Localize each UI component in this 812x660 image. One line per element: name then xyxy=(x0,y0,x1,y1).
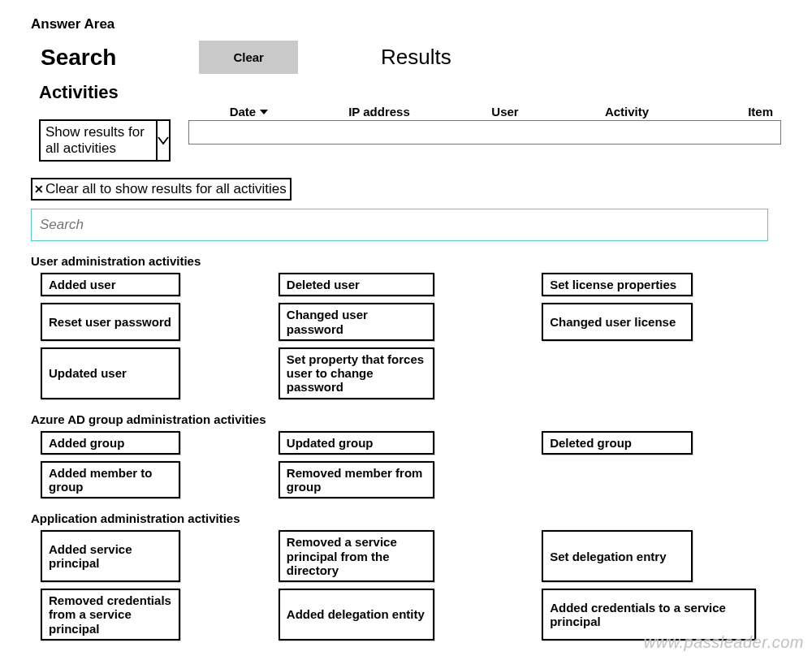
activity-changed-user-license[interactable]: Changed user license xyxy=(542,303,693,341)
col-activity: Activity xyxy=(562,105,692,119)
watermark: www.passleader.com xyxy=(644,633,804,652)
activity-removed-service-principal[interactable]: Removed a service principal from the dir… xyxy=(279,530,434,582)
sort-desc-icon xyxy=(259,105,269,119)
activities-heading: Activities xyxy=(39,82,781,103)
close-icon: ✕ xyxy=(34,183,44,196)
activity-updated-group[interactable]: Updated group xyxy=(279,431,434,455)
answer-area-label: Answer Area xyxy=(31,16,781,32)
activity-set-property-force-change-password[interactable]: Set property that forces user to change … xyxy=(279,347,434,399)
search-input[interactable] xyxy=(31,209,768,241)
chevron-down-icon xyxy=(156,121,169,160)
activity-deleted-group[interactable]: Deleted group xyxy=(542,431,693,455)
col-date[interactable]: Date xyxy=(188,105,310,119)
activity-added-delegation-entity[interactable]: Added delegation entity xyxy=(279,589,434,641)
results-heading: Results xyxy=(381,45,451,70)
section-user-admin-title: User administration activities xyxy=(31,254,781,268)
activity-updated-user[interactable]: Updated user xyxy=(41,347,180,399)
clear-all-button[interactable]: ✕ Clear all to show results for all acti… xyxy=(31,178,292,201)
activity-removed-credentials[interactable]: Removed credentials from a service princ… xyxy=(41,589,180,641)
activity-added-user[interactable]: Added user xyxy=(41,273,180,296)
activities-dropdown-label: Show results for all activities xyxy=(41,121,156,160)
activity-removed-member-from-group[interactable]: Removed member from group xyxy=(279,461,434,499)
activity-added-member-to-group[interactable]: Added member to group xyxy=(41,461,180,499)
col-item: Item xyxy=(692,105,781,119)
activities-dropdown[interactable]: Show results for all activities xyxy=(39,119,171,162)
col-ip: IP address xyxy=(310,105,448,119)
activity-set-license-properties[interactable]: Set license properties xyxy=(542,273,693,296)
col-user: User xyxy=(448,105,562,119)
clear-all-label: Clear all to show results for all activi… xyxy=(45,181,287,197)
top-row: Search Clear Results xyxy=(31,41,781,74)
activity-added-service-principal[interactable]: Added service principal xyxy=(41,530,180,582)
activity-changed-user-password[interactable]: Changed user password xyxy=(279,303,434,341)
section-app-admin-title: Application administration activities xyxy=(31,511,781,525)
activity-reset-user-password[interactable]: Reset user password xyxy=(41,303,180,341)
section-group-admin-title: Azure AD group administration activities xyxy=(31,412,781,426)
search-heading: Search xyxy=(41,45,197,71)
activity-deleted-user[interactable]: Deleted user xyxy=(279,273,434,296)
results-empty-row xyxy=(188,120,781,145)
activity-added-group[interactable]: Added group xyxy=(41,431,180,455)
clear-button[interactable]: Clear xyxy=(199,41,298,74)
results-column-headers: Date IP address User Activity Item xyxy=(188,101,781,120)
activity-set-delegation-entry[interactable]: Set delegation entry xyxy=(542,530,693,582)
